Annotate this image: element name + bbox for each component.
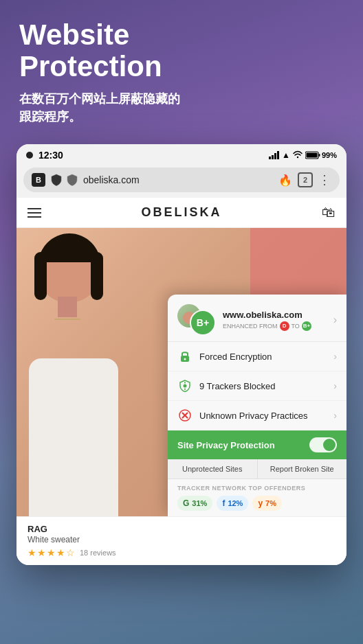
privacy-toggle-switch[interactable]	[309, 437, 337, 452]
grade-badges: B+	[177, 304, 216, 336]
svg-point-5	[184, 358, 186, 360]
hero-title: Website Protection	[19, 19, 344, 82]
wifi-wave-icon	[293, 150, 302, 161]
tracker-network-title: TRACKER NETWORK TOP OFFENDERS	[177, 485, 337, 492]
lock-icon	[177, 349, 192, 364]
facebook-tracker-percent: 12%	[228, 499, 243, 507]
camera-dot	[26, 152, 33, 159]
person-body	[29, 358, 118, 516]
person-necklace	[54, 319, 80, 320]
trackers-blocked-item[interactable]: 9 Trackers Blocked ›	[168, 371, 346, 401]
svg-rect-3	[318, 154, 320, 157]
browser-chrome: B obeliska.com 🔥 2 ⋮	[16, 163, 346, 198]
forced-encryption-item[interactable]: Forced Encryption ›	[168, 342, 346, 371]
toggle-thumb	[323, 439, 336, 451]
url-actions: 🔥 2 ⋮	[278, 172, 331, 187]
tab-report-broken-site[interactable]: Report Broken Site	[258, 459, 347, 479]
person-hair-left	[34, 252, 47, 300]
svg-rect-2	[306, 153, 317, 158]
google-tracker-percent: 31%	[192, 499, 207, 507]
tracker-pill-yahoo: y 7%	[252, 496, 282, 511]
x-warning-icon	[177, 408, 192, 423]
facebook-tracker-letter: f	[222, 498, 225, 508]
product-description: White sweater	[28, 535, 336, 544]
status-time: 12:30	[38, 150, 63, 161]
stars-icon: ★★★★☆	[28, 547, 76, 558]
yahoo-tracker-percent: 7%	[265, 499, 276, 507]
tracker-pill-google: G 31%	[177, 496, 212, 511]
shield-tracker-icon	[177, 378, 192, 393]
shield-icon-2	[65, 173, 79, 187]
signal-bars-icon	[269, 151, 279, 159]
unknown-privacy-item[interactable]: Unknown Privacy Practices ›	[168, 401, 346, 430]
google-tracker-letter: G	[183, 498, 189, 508]
battery-icon: 99%	[305, 151, 337, 159]
phone-mockup: 12:30 ▲ 99%	[16, 144, 346, 565]
product-name: RAG	[28, 524, 336, 534]
person-neck	[58, 297, 77, 317]
url-text: obeliska.com	[83, 174, 274, 185]
shield-icon-1	[50, 173, 63, 187]
tracker-shield-icons	[50, 173, 79, 187]
grade-b-plus-badge: B+	[190, 310, 216, 336]
star-rating: ★★★★☆ 18 reviews	[28, 547, 336, 558]
svg-point-6	[184, 384, 187, 388]
unknown-privacy-chevron: ›	[333, 410, 337, 421]
url-bar[interactable]: B obeliska.com 🔥 2 ⋮	[23, 168, 340, 192]
yahoo-tracker-letter: y	[258, 498, 263, 508]
panel-chevron-icon[interactable]: ›	[333, 314, 337, 326]
grade-b-badge: B+	[302, 321, 311, 331]
privacy-panel: B+ www.obeliska.com ENHANCED FROM D TO B…	[168, 295, 346, 516]
site-content: B+ www.obeliska.com ENHANCED FROM D TO B…	[16, 228, 346, 516]
forced-encryption-label: Forced Encryption	[199, 352, 327, 362]
tab-count-box[interactable]: 2	[298, 172, 313, 187]
panel-enhanced-text: ENHANCED FROM D TO B+	[223, 321, 327, 331]
panel-header: B+ www.obeliska.com ENHANCED FROM D TO B…	[168, 295, 346, 342]
grade-d-badge: D	[280, 321, 289, 331]
panel-url: www.obeliska.com	[223, 310, 327, 320]
status-bar: 12:30 ▲ 99%	[16, 144, 346, 163]
hamburger-menu-icon[interactable]	[28, 208, 41, 218]
more-options-icon[interactable]: ⋮	[318, 172, 331, 187]
flame-icon[interactable]: 🔥	[278, 174, 292, 187]
svg-point-0	[297, 156, 298, 157]
panel-site-info: www.obeliska.com ENHANCED FROM D TO B+	[223, 310, 327, 331]
brave-badge: B	[32, 173, 45, 187]
status-icons: ▲ 99%	[269, 150, 337, 161]
hero-subtitle: 在数百万个网站上屏蔽隐藏的 跟踪程序。	[19, 91, 344, 125]
hero-section: Website Protection 在数百万个网站上屏蔽隐藏的 跟踪程序。	[19, 19, 344, 126]
tracker-pill-facebook: f 12%	[217, 496, 248, 511]
tracker-pills: G 31% f 12% y 7%	[177, 496, 337, 511]
tab-unprotected-sites[interactable]: Unprotected Sites	[168, 459, 258, 479]
panel-tabs: Unprotected Sites Report Broken Site	[168, 459, 346, 479]
tracker-network-section: TRACKER NETWORK TOP OFFENDERS G 31% f 12…	[168, 479, 346, 516]
privacy-toggle-bar[interactable]: Site Privacy Protection	[168, 430, 346, 459]
site-header: OBELISKA 🛍	[16, 198, 346, 228]
site-logo: OBELISKA	[141, 205, 221, 220]
wifi-icon: ▲	[282, 150, 290, 160]
trackers-chevron: ›	[333, 380, 337, 391]
trackers-blocked-label: 9 Trackers Blocked	[199, 381, 327, 391]
person-hair-right	[91, 252, 103, 300]
shopping-bag-icon[interactable]: 🛍	[322, 205, 336, 220]
privacy-toggle-label: Site Privacy Protection	[177, 440, 302, 450]
review-count: 18 reviews	[80, 549, 116, 557]
unknown-privacy-label: Unknown Privacy Practices	[199, 411, 327, 421]
forced-encryption-chevron: ›	[333, 351, 337, 362]
product-info: RAG White sweater ★★★★☆ 18 reviews	[16, 516, 346, 565]
